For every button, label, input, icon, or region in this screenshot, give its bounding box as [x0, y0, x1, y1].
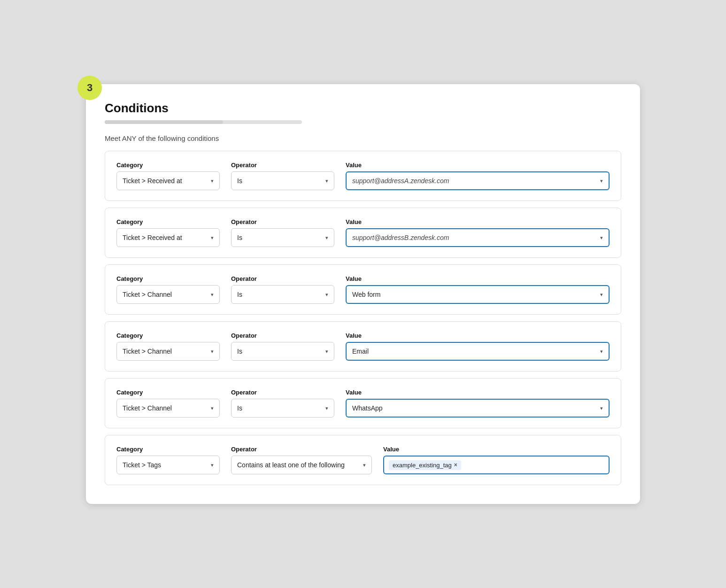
category-group-5: Category Ticket > Channel ▾ — [116, 389, 220, 418]
category-value-2: Ticket > Received at — [123, 234, 182, 241]
value-select-2[interactable]: support@addressB.zendesk.com ▾ — [346, 228, 610, 247]
conditions-list: Category Ticket > Received at ▾ Operator… — [105, 151, 621, 485]
category-group-3: Category Ticket > Channel ▾ — [116, 275, 220, 304]
category-value-3: Ticket > Channel — [123, 291, 172, 298]
value-label-6: Value — [383, 446, 610, 453]
value-select-5[interactable]: WhatsApp ▾ — [346, 399, 610, 418]
operator-group-2: Operator Is ▾ — [231, 218, 334, 247]
value-group-5: Value WhatsApp ▾ — [346, 389, 610, 418]
value-label-5: Value — [346, 389, 610, 396]
progress-bar — [105, 120, 302, 124]
value-chevron-2: ▾ — [600, 235, 603, 241]
operator-select-3[interactable]: Is ▾ — [231, 285, 334, 304]
value-select-3[interactable]: Web form ▾ — [346, 285, 610, 304]
condition-row-3: Category Ticket > Channel ▾ Operator Is … — [105, 264, 621, 315]
operator-label-5: Operator — [231, 389, 334, 396]
category-chevron-4: ▾ — [211, 348, 214, 355]
operator-value-6: Contains at least one of the following — [237, 461, 345, 469]
page-title: Conditions — [105, 101, 621, 116]
conditions-panel: 3 Conditions Meet ANY of the following c… — [86, 84, 640, 504]
category-select-4[interactable]: Ticket > Channel ▾ — [116, 342, 220, 361]
category-select-1[interactable]: Ticket > Received at ▾ — [116, 171, 220, 190]
category-value-6: Ticket > Tags — [123, 461, 161, 469]
category-group-2: Category Ticket > Received at ▾ — [116, 218, 220, 247]
condition-row-1: Category Ticket > Received at ▾ Operator… — [105, 151, 621, 201]
operator-label-6: Operator — [231, 446, 372, 453]
value-label-4: Value — [346, 332, 610, 339]
condition-row-2: Category Ticket > Received at ▾ Operator… — [105, 208, 621, 258]
category-chevron-2: ▾ — [211, 235, 214, 241]
value-group-6: Value example_existing_tag × — [383, 446, 610, 474]
category-label-4: Category — [116, 332, 220, 339]
operator-select-5[interactable]: Is ▾ — [231, 399, 334, 418]
tag-input-container-6[interactable]: example_existing_tag × — [383, 456, 610, 474]
operator-chevron-4: ▾ — [325, 348, 328, 355]
value-text-1: support@addressA.zendesk.com — [352, 177, 449, 185]
category-chevron-1: ▾ — [211, 178, 214, 184]
category-chevron-5: ▾ — [211, 405, 214, 411]
value-group-4: Value Email ▾ — [346, 332, 610, 361]
value-select-4[interactable]: Email ▾ — [346, 342, 610, 361]
operator-group-5: Operator Is ▾ — [231, 389, 334, 418]
value-label-3: Value — [346, 275, 610, 282]
value-group-2: Value support@addressB.zendesk.com ▾ — [346, 218, 610, 247]
condition-row-4: Category Ticket > Channel ▾ Operator Is … — [105, 321, 621, 371]
category-group-4: Category Ticket > Channel ▾ — [116, 332, 220, 361]
category-label-3: Category — [116, 275, 220, 282]
category-chevron-3: ▾ — [211, 292, 214, 298]
tag-text-1: example_existing_tag — [393, 462, 452, 469]
operator-value-4: Is — [237, 348, 242, 355]
category-select-5[interactable]: Ticket > Channel ▾ — [116, 399, 220, 418]
value-select-1[interactable]: support@addressA.zendesk.com ▾ — [346, 171, 610, 190]
value-text-2: support@addressB.zendesk.com — [352, 234, 449, 241]
category-label-5: Category — [116, 389, 220, 396]
condition-row-5: Category Ticket > Channel ▾ Operator Is … — [105, 378, 621, 428]
category-label-6: Category — [116, 446, 220, 453]
operator-select-4[interactable]: Is ▾ — [231, 342, 334, 361]
operator-value-3: Is — [237, 291, 242, 298]
tag-remove-1[interactable]: × — [454, 462, 457, 468]
operator-label-3: Operator — [231, 275, 334, 282]
category-group-6: Category Ticket > Tags ▾ — [116, 446, 220, 474]
category-chevron-6: ▾ — [211, 462, 214, 468]
tag-item-1: example_existing_tag × — [389, 460, 461, 470]
value-chevron-3: ▾ — [600, 292, 603, 298]
condition-row-6: Category Ticket > Tags ▾ Operator Contai… — [105, 435, 621, 485]
operator-group-3: Operator Is ▾ — [231, 275, 334, 304]
value-text-5: WhatsApp — [352, 404, 383, 412]
value-label-2: Value — [346, 218, 610, 225]
operator-chevron-3: ▾ — [325, 292, 328, 298]
category-select-3[interactable]: Ticket > Channel ▾ — [116, 285, 220, 304]
value-chevron-4: ▾ — [600, 348, 603, 355]
progress-bar-fill — [105, 120, 223, 124]
operator-group-1: Operator Is ▾ — [231, 162, 334, 190]
category-value-5: Ticket > Channel — [123, 404, 172, 412]
operator-chevron-6: ▾ — [363, 462, 366, 468]
operator-select-1[interactable]: Is ▾ — [231, 171, 334, 190]
operator-chevron-5: ▾ — [325, 405, 328, 411]
step-number: 3 — [87, 82, 93, 94]
category-value-4: Ticket > Channel — [123, 348, 172, 355]
tag-input-field-6[interactable] — [464, 462, 604, 469]
value-group-3: Value Web form ▾ — [346, 275, 610, 304]
operator-chevron-1: ▾ — [325, 178, 328, 184]
category-value-1: Ticket > Received at — [123, 177, 182, 185]
value-text-3: Web form — [352, 291, 380, 298]
operator-group-6: Operator Contains at least one of the fo… — [231, 446, 372, 474]
category-label-2: Category — [116, 218, 220, 225]
category-select-6[interactable]: Ticket > Tags ▾ — [116, 456, 220, 474]
operator-label-1: Operator — [231, 162, 334, 169]
operator-label-4: Operator — [231, 332, 334, 339]
operator-value-2: Is — [237, 234, 242, 241]
value-group-1: Value support@addressA.zendesk.com ▾ — [346, 162, 610, 190]
operator-value-1: Is — [237, 177, 242, 185]
category-label-1: Category — [116, 162, 220, 169]
value-label-1: Value — [346, 162, 610, 169]
meet-any-label: Meet ANY of the following conditions — [105, 134, 621, 142]
operator-chevron-2: ▾ — [325, 235, 328, 241]
category-select-2[interactable]: Ticket > Received at ▾ — [116, 228, 220, 247]
operator-select-6[interactable]: Contains at least one of the following ▾ — [231, 456, 372, 474]
operator-select-2[interactable]: Is ▾ — [231, 228, 334, 247]
operator-group-4: Operator Is ▾ — [231, 332, 334, 361]
operator-value-5: Is — [237, 404, 242, 412]
